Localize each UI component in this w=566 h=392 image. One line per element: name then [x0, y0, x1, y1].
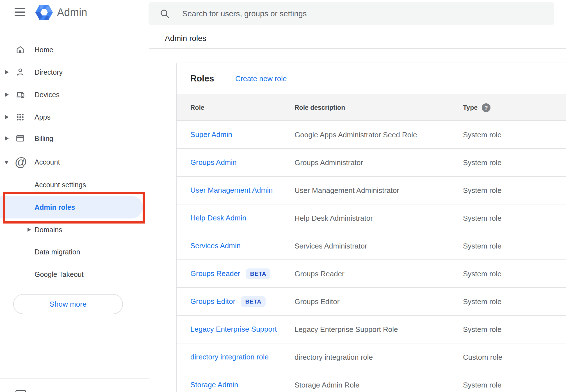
sidebar-item-label: Devices — [35, 91, 60, 99]
role-link[interactable]: User Management Admin — [190, 186, 273, 195]
role-type: System role — [463, 380, 501, 389]
role-link[interactable]: Groups Editor — [190, 297, 235, 306]
hamburger-menu-icon[interactable] — [15, 8, 25, 16]
table-header: Role Role description Type ? — [177, 94, 566, 121]
sidebar-item-data-migration[interactable]: Data migration — [0, 244, 149, 260]
sidebar-item-label: Directory — [35, 68, 63, 76]
sidebar-item-label: Google Takeout — [35, 270, 84, 279]
create-new-role-link[interactable]: Create new role — [235, 74, 287, 83]
role-description: Groups Editor — [295, 297, 339, 306]
role-type: System role — [463, 269, 501, 278]
sidebar-item-label: Home — [35, 46, 53, 54]
role-description: Groups Administrator — [295, 158, 363, 167]
admin-logo-icon — [35, 4, 53, 20]
table-row: Groups Editor BETA Groups Editor System … — [177, 288, 566, 316]
partial-sidebar-icon — [15, 390, 26, 392]
sidebar-item-domains[interactable]: Domains — [0, 222, 149, 238]
beta-badge: BETA — [246, 268, 271, 279]
role-description: Legacy Enterprise Support Role — [295, 325, 398, 334]
sidebar-item-label: Account settings — [35, 181, 86, 189]
role-description: Storage Admin Role — [295, 380, 359, 389]
show-more-button[interactable]: Show more — [13, 294, 123, 314]
person-icon — [15, 67, 25, 77]
role-link[interactable]: Storage Admin — [190, 380, 238, 389]
role-type: System role — [463, 241, 501, 250]
sidebar-item-label: Admin roles — [35, 203, 75, 211]
page-title: Admin roles — [165, 34, 206, 43]
table-row: Super Admin Google Apps Administrator Se… — [177, 121, 566, 149]
expand-arrow-icon[interactable] — [28, 228, 31, 232]
role-description: Google Apps Administrator Seed Role — [295, 130, 417, 139]
role-type: System role — [463, 130, 501, 139]
search-input[interactable] — [182, 2, 541, 25]
credit-card-icon — [15, 134, 25, 143]
role-type: System role — [463, 158, 501, 167]
search-bar — [149, 2, 554, 25]
expand-arrow-icon[interactable] — [5, 70, 9, 74]
sidebar-item-directory[interactable]: Directory — [0, 64, 149, 80]
role-link[interactable]: Help Desk Admin — [190, 214, 246, 222]
table-row: Groups Admin Groups Administrator System… — [177, 149, 566, 177]
home-icon — [15, 45, 25, 54]
app-title: Admin — [57, 6, 87, 19]
roles-card-header: Roles Create new role — [177, 63, 566, 94]
sidebar-item-admin-roles[interactable]: Admin roles — [0, 196, 143, 218]
sidebar-item-label: Account — [35, 158, 60, 166]
role-type: System role — [463, 297, 501, 306]
role-type: System role — [463, 214, 501, 222]
role-description: Help Desk Administrator — [295, 214, 373, 222]
expand-arrow-icon[interactable] — [5, 115, 9, 119]
column-header-role: Role — [190, 104, 204, 111]
beta-badge: BETA — [241, 296, 266, 307]
table-row: Legacy Enterprise Support Legacy Enterpr… — [177, 316, 566, 343]
expand-arrow-icon[interactable] — [5, 136, 9, 140]
role-description: Services Administrator — [295, 241, 367, 250]
table-row: Storage Admin Storage Admin Role System … — [177, 371, 566, 392]
sidebar-item-account-settings[interactable]: Account settings — [0, 177, 149, 193]
sidebar-item-label: Apps — [35, 113, 51, 121]
table-row: Services Admin Services Administrator Sy… — [177, 232, 566, 260]
header-divider — [149, 48, 566, 49]
sidebar-item-home[interactable]: Home — [0, 42, 149, 58]
devices-icon — [15, 90, 25, 99]
role-link[interactable]: Groups Admin — [190, 158, 237, 167]
roles-card: Roles Create new role Role Role descript… — [176, 63, 566, 392]
expand-arrow-icon[interactable] — [5, 93, 9, 97]
role-description: Groups Reader — [295, 269, 344, 278]
collapse-arrow-icon[interactable] — [4, 161, 8, 164]
sidebar-item-apps[interactable]: Apps — [0, 109, 149, 125]
table-row: directory integration role directory int… — [177, 343, 566, 371]
column-header-type: Type — [463, 104, 478, 111]
role-link[interactable]: Super Admin — [190, 130, 232, 139]
role-type: Custom role — [463, 353, 502, 361]
sidebar-item-devices[interactable]: Devices — [0, 87, 149, 102]
apps-grid-icon — [15, 112, 25, 122]
sidebar-item-label: Domains — [35, 226, 62, 234]
role-description: directory integration role — [295, 353, 373, 361]
role-link[interactable]: Services Admin — [190, 241, 241, 250]
table-row: Help Desk Admin Help Desk Administrator … — [177, 204, 566, 232]
sidebar-item-label: Billing — [35, 135, 53, 143]
sidebar-divider — [0, 378, 149, 379]
role-description: User Management Administrator — [295, 186, 399, 195]
role-link[interactable]: directory integration role — [190, 353, 269, 361]
sidebar-item-label: Data migration — [35, 248, 80, 256]
sidebar-item-account[interactable]: @ Account — [0, 154, 149, 170]
google-admin-console: Admin Home Directory Devices — [0, 0, 566, 392]
help-icon[interactable]: ? — [482, 103, 490, 112]
sidebar-item-billing[interactable]: Billing — [0, 131, 149, 146]
role-link[interactable]: Groups Reader — [190, 269, 240, 278]
role-type: System role — [463, 325, 501, 334]
table-row: Groups Reader BETA Groups Reader System … — [177, 260, 566, 288]
at-sign-icon: @ — [15, 155, 27, 169]
role-link[interactable]: Legacy Enterprise Support — [190, 325, 277, 334]
roles-title: Roles — [190, 74, 214, 84]
table-row: User Management Admin User Management Ad… — [177, 177, 566, 204]
search-icon — [160, 9, 170, 19]
sidebar-item-google-takeout[interactable]: Google Takeout — [0, 266, 149, 282]
column-header-description: Role description — [295, 104, 345, 111]
role-type: System role — [463, 186, 501, 195]
